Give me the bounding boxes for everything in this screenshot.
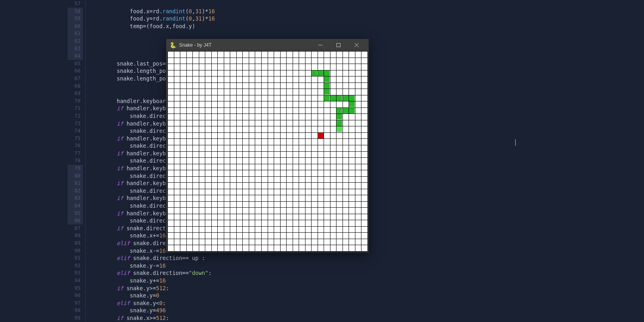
- line-number: 71: [0, 105, 80, 112]
- snake-segment: [324, 76, 330, 82]
- snake-segment: [318, 70, 324, 76]
- snake-segment: [343, 95, 349, 101]
- snake-segment: [330, 95, 336, 101]
- line-number: 98: [0, 307, 80, 314]
- line-number: 85: [0, 210, 80, 217]
- snake-segment: [343, 108, 349, 114]
- line-number: 58: [0, 8, 80, 15]
- line-number: 81: [0, 180, 80, 187]
- code-line[interactable]: snake.y=496: [91, 307, 644, 314]
- line-number: 84: [0, 202, 80, 210]
- line-number: 97: [0, 299, 80, 307]
- line-number: 89: [0, 239, 80, 247]
- window-title: Snake - by J4T: [179, 42, 311, 48]
- code-line[interactable]: snake.y+=16: [91, 277, 644, 285]
- line-number: 79: [0, 165, 80, 172]
- line-number: 86: [0, 217, 80, 225]
- line-number: 95: [0, 285, 80, 292]
- game-canvas[interactable]: [167, 51, 367, 251]
- code-line[interactable]: elif snake.y<0:: [91, 299, 644, 307]
- code-line[interactable]: temp=(food.x,food.y): [91, 23, 644, 30]
- line-number: 87: [0, 225, 80, 232]
- snake-segment: [336, 114, 342, 120]
- code-line[interactable]: snake.y-=16: [91, 262, 644, 270]
- snake-segment: [349, 108, 355, 114]
- line-number: 93: [0, 269, 80, 277]
- snake-segment: [336, 95, 342, 101]
- line-number: 99: [0, 314, 80, 322]
- line-number: 82: [0, 187, 80, 195]
- food: [318, 133, 324, 138]
- line-number: 64: [0, 52, 80, 60]
- line-number: 70: [0, 97, 80, 105]
- line-number: 69: [0, 90, 80, 97]
- code-line[interactable]: snake.y=0: [91, 292, 644, 299]
- snake-segment: [324, 95, 330, 101]
- code-line[interactable]: food.x=rd.randint(0,31)*16: [91, 8, 644, 15]
- line-number: 68: [0, 83, 80, 90]
- line-number: 90: [0, 247, 80, 255]
- text-cursor: [515, 139, 516, 146]
- line-number: 76: [0, 142, 80, 150]
- line-number: 72: [0, 112, 80, 120]
- line-number: 61: [0, 30, 80, 37]
- line-number: 88: [0, 232, 80, 239]
- line-number: 66: [0, 67, 80, 75]
- line-number: 96: [0, 292, 80, 299]
- code-line[interactable]: elif snake.direction=="down":: [91, 269, 644, 277]
- line-number: 60: [0, 23, 80, 30]
- line-number: 59: [0, 15, 80, 23]
- line-number: 65: [0, 60, 80, 68]
- line-number: 91: [0, 254, 80, 262]
- code-line[interactable]: if snake.y>=512:: [91, 285, 644, 292]
- code-line[interactable]: if snake.x>=512:: [91, 314, 644, 322]
- line-number: 92: [0, 262, 80, 270]
- line-number: 73: [0, 120, 80, 128]
- snake-segment: [336, 108, 342, 114]
- code-line[interactable]: [91, 0, 644, 8]
- code-line[interactable]: food.y=rd.randint(0,31)*16: [91, 15, 644, 23]
- line-number: 75: [0, 135, 80, 142]
- code-line[interactable]: [91, 30, 644, 37]
- line-number: 94: [0, 277, 80, 285]
- close-button[interactable]: [347, 39, 365, 51]
- line-number: 67: [0, 75, 80, 83]
- line-number: 77: [0, 150, 80, 157]
- line-number: 62: [0, 37, 80, 45]
- snake-segment: [324, 89, 330, 95]
- maximize-button[interactable]: [329, 39, 347, 51]
- python-app-icon: 🐍: [169, 42, 176, 48]
- line-number: 78: [0, 157, 80, 165]
- window-titlebar[interactable]: 🐍 Snake - by J4T: [166, 39, 369, 51]
- line-number-gutter: 5758596061626364656667686970717273747576…: [0, 0, 86, 322]
- snake-segment: [312, 70, 317, 76]
- snake-game-window: 🐍 Snake - by J4T: [166, 39, 369, 252]
- line-number: 80: [0, 172, 80, 180]
- line-number: 83: [0, 194, 80, 202]
- svg-rect-1: [336, 43, 340, 47]
- code-line[interactable]: elif snake.direction== up :: [91, 254, 644, 262]
- snake-segment: [349, 101, 355, 107]
- snake-segment: [349, 95, 355, 101]
- snake-head: [336, 126, 342, 132]
- snake-segment: [336, 120, 342, 126]
- snake-segment: [324, 70, 330, 76]
- minimize-button[interactable]: [311, 39, 329, 51]
- snake-segment: [324, 83, 330, 89]
- line-number: 63: [0, 45, 80, 53]
- line-number: 57: [0, 0, 80, 8]
- line-number: 74: [0, 127, 80, 135]
